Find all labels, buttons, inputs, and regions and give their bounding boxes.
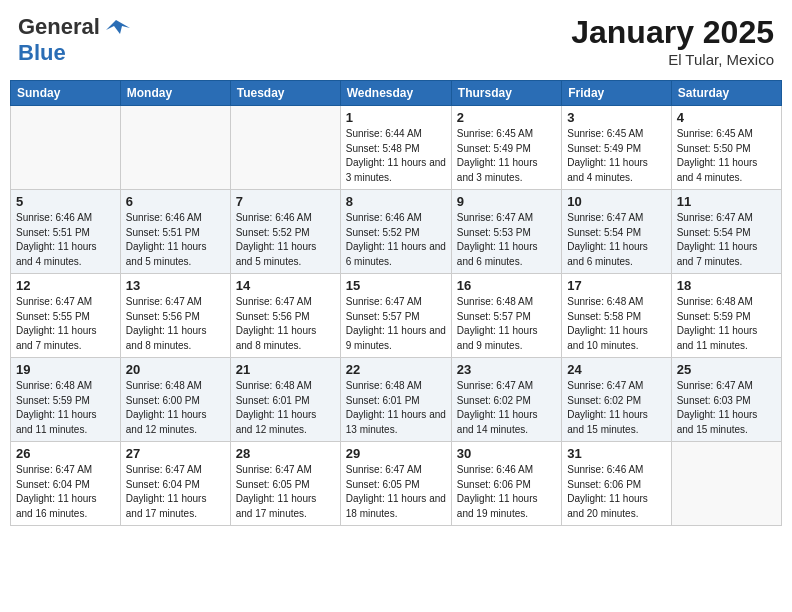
calendar-day-cell: 1Sunrise: 6:44 AMSunset: 5:48 PMDaylight…	[340, 106, 451, 190]
day-number: 28	[236, 446, 335, 461]
day-info: Sunrise: 6:48 AMSunset: 5:59 PMDaylight:…	[677, 295, 776, 353]
day-info: Sunrise: 6:46 AMSunset: 6:06 PMDaylight:…	[567, 463, 665, 521]
day-info: Sunrise: 6:47 AMSunset: 5:57 PMDaylight:…	[346, 295, 446, 353]
weekday-header-thursday: Thursday	[451, 81, 561, 106]
day-number: 31	[567, 446, 665, 461]
day-number: 23	[457, 362, 556, 377]
day-info: Sunrise: 6:45 AMSunset: 5:49 PMDaylight:…	[457, 127, 556, 185]
day-info: Sunrise: 6:47 AMSunset: 5:54 PMDaylight:…	[567, 211, 665, 269]
calendar-day-cell: 30Sunrise: 6:46 AMSunset: 6:06 PMDayligh…	[451, 442, 561, 526]
day-info: Sunrise: 6:48 AMSunset: 5:59 PMDaylight:…	[16, 379, 115, 437]
day-info: Sunrise: 6:46 AMSunset: 5:52 PMDaylight:…	[346, 211, 446, 269]
day-info: Sunrise: 6:45 AMSunset: 5:49 PMDaylight:…	[567, 127, 665, 185]
weekday-header-sunday: Sunday	[11, 81, 121, 106]
day-info: Sunrise: 6:48 AMSunset: 6:01 PMDaylight:…	[236, 379, 335, 437]
day-info: Sunrise: 6:47 AMSunset: 6:02 PMDaylight:…	[457, 379, 556, 437]
day-number: 8	[346, 194, 446, 209]
day-number: 9	[457, 194, 556, 209]
calendar-week-row: 12Sunrise: 6:47 AMSunset: 5:55 PMDayligh…	[11, 274, 782, 358]
logo-general: General	[18, 14, 100, 40]
calendar-day-cell: 27Sunrise: 6:47 AMSunset: 6:04 PMDayligh…	[120, 442, 230, 526]
calendar-day-cell: 18Sunrise: 6:48 AMSunset: 5:59 PMDayligh…	[671, 274, 781, 358]
title-area: January 2025 El Tular, Mexico	[571, 14, 774, 68]
day-info: Sunrise: 6:47 AMSunset: 6:04 PMDaylight:…	[126, 463, 225, 521]
calendar-day-cell: 6Sunrise: 6:46 AMSunset: 5:51 PMDaylight…	[120, 190, 230, 274]
day-info: Sunrise: 6:47 AMSunset: 5:55 PMDaylight:…	[16, 295, 115, 353]
calendar-week-row: 5Sunrise: 6:46 AMSunset: 5:51 PMDaylight…	[11, 190, 782, 274]
calendar-day-cell: 16Sunrise: 6:48 AMSunset: 5:57 PMDayligh…	[451, 274, 561, 358]
day-info: Sunrise: 6:47 AMSunset: 6:05 PMDaylight:…	[236, 463, 335, 521]
day-number: 15	[346, 278, 446, 293]
calendar-week-row: 19Sunrise: 6:48 AMSunset: 5:59 PMDayligh…	[11, 358, 782, 442]
calendar-day-cell: 3Sunrise: 6:45 AMSunset: 5:49 PMDaylight…	[562, 106, 671, 190]
day-number: 18	[677, 278, 776, 293]
day-info: Sunrise: 6:44 AMSunset: 5:48 PMDaylight:…	[346, 127, 446, 185]
calendar-day-cell: 20Sunrise: 6:48 AMSunset: 6:00 PMDayligh…	[120, 358, 230, 442]
calendar-day-cell: 13Sunrise: 6:47 AMSunset: 5:56 PMDayligh…	[120, 274, 230, 358]
calendar-day-cell: 28Sunrise: 6:47 AMSunset: 6:05 PMDayligh…	[230, 442, 340, 526]
day-info: Sunrise: 6:46 AMSunset: 5:51 PMDaylight:…	[126, 211, 225, 269]
calendar-day-cell: 11Sunrise: 6:47 AMSunset: 5:54 PMDayligh…	[671, 190, 781, 274]
svg-marker-0	[106, 20, 130, 34]
calendar-day-cell: 2Sunrise: 6:45 AMSunset: 5:49 PMDaylight…	[451, 106, 561, 190]
calendar-day-cell: 7Sunrise: 6:46 AMSunset: 5:52 PMDaylight…	[230, 190, 340, 274]
calendar-day-cell	[230, 106, 340, 190]
day-info: Sunrise: 6:47 AMSunset: 6:05 PMDaylight:…	[346, 463, 446, 521]
day-info: Sunrise: 6:48 AMSunset: 5:58 PMDaylight:…	[567, 295, 665, 353]
day-number: 16	[457, 278, 556, 293]
weekday-header-monday: Monday	[120, 81, 230, 106]
calendar-day-cell: 26Sunrise: 6:47 AMSunset: 6:04 PMDayligh…	[11, 442, 121, 526]
weekday-header-friday: Friday	[562, 81, 671, 106]
calendar-day-cell	[11, 106, 121, 190]
calendar-day-cell: 5Sunrise: 6:46 AMSunset: 5:51 PMDaylight…	[11, 190, 121, 274]
day-number: 17	[567, 278, 665, 293]
calendar-day-cell: 15Sunrise: 6:47 AMSunset: 5:57 PMDayligh…	[340, 274, 451, 358]
month-title: January 2025	[571, 14, 774, 51]
calendar-day-cell: 25Sunrise: 6:47 AMSunset: 6:03 PMDayligh…	[671, 358, 781, 442]
day-number: 19	[16, 362, 115, 377]
day-number: 5	[16, 194, 115, 209]
day-info: Sunrise: 6:45 AMSunset: 5:50 PMDaylight:…	[677, 127, 776, 185]
day-number: 14	[236, 278, 335, 293]
calendar-day-cell	[671, 442, 781, 526]
day-info: Sunrise: 6:46 AMSunset: 6:06 PMDaylight:…	[457, 463, 556, 521]
day-number: 26	[16, 446, 115, 461]
weekday-header-row: SundayMondayTuesdayWednesdayThursdayFrid…	[11, 81, 782, 106]
calendar-day-cell: 31Sunrise: 6:46 AMSunset: 6:06 PMDayligh…	[562, 442, 671, 526]
day-number: 7	[236, 194, 335, 209]
day-number: 3	[567, 110, 665, 125]
day-number: 2	[457, 110, 556, 125]
day-info: Sunrise: 6:47 AMSunset: 6:02 PMDaylight:…	[567, 379, 665, 437]
calendar-day-cell: 19Sunrise: 6:48 AMSunset: 5:59 PMDayligh…	[11, 358, 121, 442]
day-number: 21	[236, 362, 335, 377]
day-number: 30	[457, 446, 556, 461]
day-number: 29	[346, 446, 446, 461]
page-header: General Blue January 2025 El Tular, Mexi…	[10, 10, 782, 72]
calendar-day-cell: 21Sunrise: 6:48 AMSunset: 6:01 PMDayligh…	[230, 358, 340, 442]
logo-blue: Blue	[18, 40, 66, 65]
day-number: 1	[346, 110, 446, 125]
calendar-table: SundayMondayTuesdayWednesdayThursdayFrid…	[10, 80, 782, 526]
calendar-day-cell: 14Sunrise: 6:47 AMSunset: 5:56 PMDayligh…	[230, 274, 340, 358]
day-info: Sunrise: 6:48 AMSunset: 6:01 PMDaylight:…	[346, 379, 446, 437]
location: El Tular, Mexico	[571, 51, 774, 68]
calendar-day-cell: 4Sunrise: 6:45 AMSunset: 5:50 PMDaylight…	[671, 106, 781, 190]
calendar-day-cell: 29Sunrise: 6:47 AMSunset: 6:05 PMDayligh…	[340, 442, 451, 526]
day-info: Sunrise: 6:48 AMSunset: 6:00 PMDaylight:…	[126, 379, 225, 437]
day-number: 25	[677, 362, 776, 377]
day-info: Sunrise: 6:47 AMSunset: 5:56 PMDaylight:…	[236, 295, 335, 353]
day-number: 4	[677, 110, 776, 125]
day-number: 24	[567, 362, 665, 377]
day-number: 10	[567, 194, 665, 209]
day-number: 11	[677, 194, 776, 209]
calendar-day-cell: 9Sunrise: 6:47 AMSunset: 5:53 PMDaylight…	[451, 190, 561, 274]
day-number: 13	[126, 278, 225, 293]
calendar-day-cell: 17Sunrise: 6:48 AMSunset: 5:58 PMDayligh…	[562, 274, 671, 358]
day-info: Sunrise: 6:46 AMSunset: 5:51 PMDaylight:…	[16, 211, 115, 269]
logo: General Blue	[18, 14, 130, 66]
day-info: Sunrise: 6:47 AMSunset: 6:03 PMDaylight:…	[677, 379, 776, 437]
day-info: Sunrise: 6:47 AMSunset: 5:53 PMDaylight:…	[457, 211, 556, 269]
weekday-header-wednesday: Wednesday	[340, 81, 451, 106]
calendar-day-cell: 24Sunrise: 6:47 AMSunset: 6:02 PMDayligh…	[562, 358, 671, 442]
calendar-day-cell: 22Sunrise: 6:48 AMSunset: 6:01 PMDayligh…	[340, 358, 451, 442]
